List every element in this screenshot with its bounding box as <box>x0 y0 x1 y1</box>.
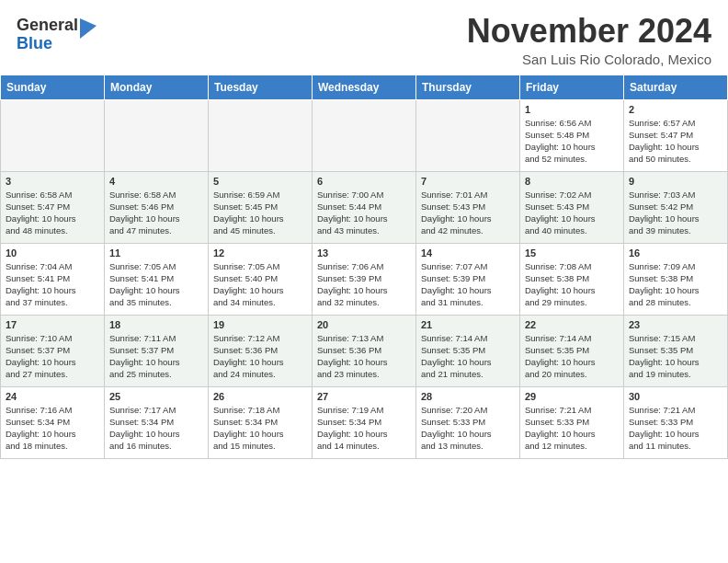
calendar-cell: 22Sunrise: 7:14 AM Sunset: 5:35 PM Dayli… <box>520 315 624 386</box>
calendar-cell: 11Sunrise: 7:05 AM Sunset: 5:41 PM Dayli… <box>105 243 209 315</box>
weekday-header-wednesday: Wednesday <box>313 75 416 99</box>
calendar-cell: 21Sunrise: 7:14 AM Sunset: 5:35 PM Dayli… <box>416 315 520 386</box>
day-number: 22 <box>525 319 619 330</box>
calendar-cell: 2Sunrise: 6:57 AM Sunset: 5:47 PM Daylig… <box>624 99 728 171</box>
calendar-cell: 26Sunrise: 7:18 AM Sunset: 5:34 PM Dayli… <box>209 386 313 458</box>
day-number: 19 <box>213 319 307 330</box>
logo-icon <box>80 18 97 39</box>
day-info: Sunrise: 7:06 AM Sunset: 5:39 PM Dayligh… <box>317 260 411 309</box>
calendar-cell: 18Sunrise: 7:11 AM Sunset: 5:37 PM Dayli… <box>105 315 209 386</box>
calendar-cell: 29Sunrise: 7:21 AM Sunset: 5:33 PM Dayli… <box>520 386 624 458</box>
day-number: 20 <box>317 319 411 330</box>
day-number: 4 <box>109 176 203 187</box>
day-number: 6 <box>317 176 411 187</box>
calendar-cell: 28Sunrise: 7:20 AM Sunset: 5:33 PM Dayli… <box>416 386 520 458</box>
day-number: 16 <box>629 247 722 259</box>
day-number: 10 <box>6 247 99 259</box>
calendar-cell: 16Sunrise: 7:09 AM Sunset: 5:38 PM Dayli… <box>624 243 728 315</box>
day-number: 11 <box>109 247 203 259</box>
calendar-cell: 12Sunrise: 7:05 AM Sunset: 5:40 PM Dayli… <box>209 243 313 315</box>
day-number: 13 <box>317 247 411 259</box>
day-number: 24 <box>6 391 99 402</box>
day-info: Sunrise: 7:01 AM Sunset: 5:43 PM Dayligh… <box>421 189 515 237</box>
day-info: Sunrise: 6:58 AM Sunset: 5:47 PM Dayligh… <box>6 189 99 237</box>
day-info: Sunrise: 7:19 AM Sunset: 5:34 PM Dayligh… <box>317 404 411 453</box>
logo: General Blue <box>17 17 97 53</box>
day-info: Sunrise: 7:12 AM Sunset: 5:36 PM Dayligh… <box>213 332 307 381</box>
day-info: Sunrise: 7:05 AM Sunset: 5:40 PM Dayligh… <box>213 260 307 309</box>
day-info: Sunrise: 7:16 AM Sunset: 5:34 PM Dayligh… <box>6 404 99 453</box>
calendar-cell: 6Sunrise: 7:00 AM Sunset: 5:44 PM Daylig… <box>313 171 416 243</box>
weekday-header-friday: Friday <box>520 75 624 99</box>
day-number: 15 <box>525 247 619 259</box>
day-number: 30 <box>629 391 722 402</box>
calendar-cell: 14Sunrise: 7:07 AM Sunset: 5:39 PM Dayli… <box>416 243 520 315</box>
day-info: Sunrise: 7:17 AM Sunset: 5:34 PM Dayligh… <box>109 404 203 453</box>
calendar-cell: 15Sunrise: 7:08 AM Sunset: 5:38 PM Dayli… <box>520 243 624 315</box>
day-number: 23 <box>629 319 722 330</box>
weekday-header-sunday: Sunday <box>1 75 105 99</box>
day-number: 26 <box>213 391 307 402</box>
day-number: 27 <box>317 391 411 402</box>
day-number: 3 <box>6 176 99 187</box>
location: San Luis Rio Colorado, Mexico <box>467 52 711 67</box>
calendar-week-row-0: 1Sunrise: 6:56 AM Sunset: 5:48 PM Daylig… <box>1 99 728 171</box>
calendar-cell <box>416 99 520 171</box>
day-number: 8 <box>525 176 619 187</box>
day-info: Sunrise: 7:08 AM Sunset: 5:38 PM Dayligh… <box>525 260 619 309</box>
day-info: Sunrise: 7:02 AM Sunset: 5:43 PM Dayligh… <box>525 189 619 237</box>
logo-blue-text: Blue <box>17 35 78 53</box>
calendar-week-row-3: 17Sunrise: 7:10 AM Sunset: 5:37 PM Dayli… <box>1 315 728 386</box>
calendar-cell: 7Sunrise: 7:01 AM Sunset: 5:43 PM Daylig… <box>416 171 520 243</box>
calendar-cell: 13Sunrise: 7:06 AM Sunset: 5:39 PM Dayli… <box>313 243 416 315</box>
day-info: Sunrise: 7:21 AM Sunset: 5:33 PM Dayligh… <box>629 404 722 453</box>
weekday-header-thursday: Thursday <box>416 75 520 99</box>
svg-marker-0 <box>80 18 97 39</box>
calendar-cell <box>313 99 416 171</box>
header: General Blue November 2024 San Luis Rio … <box>0 0 728 75</box>
day-info: Sunrise: 6:57 AM Sunset: 5:47 PM Dayligh… <box>629 117 722 166</box>
day-number: 12 <box>213 247 307 259</box>
calendar-cell: 5Sunrise: 6:59 AM Sunset: 5:45 PM Daylig… <box>209 171 313 243</box>
calendar-cell: 3Sunrise: 6:58 AM Sunset: 5:47 PM Daylig… <box>1 171 105 243</box>
day-info: Sunrise: 7:03 AM Sunset: 5:42 PM Dayligh… <box>629 189 722 237</box>
day-info: Sunrise: 7:00 AM Sunset: 5:44 PM Dayligh… <box>317 189 411 237</box>
day-info: Sunrise: 7:14 AM Sunset: 5:35 PM Dayligh… <box>525 332 619 381</box>
weekday-header-tuesday: Tuesday <box>209 75 313 99</box>
day-info: Sunrise: 7:13 AM Sunset: 5:36 PM Dayligh… <box>317 332 411 381</box>
page: General Blue November 2024 San Luis Rio … <box>0 0 728 459</box>
calendar-cell: 17Sunrise: 7:10 AM Sunset: 5:37 PM Dayli… <box>1 315 105 386</box>
day-info: Sunrise: 6:59 AM Sunset: 5:45 PM Dayligh… <box>213 189 307 237</box>
day-info: Sunrise: 7:15 AM Sunset: 5:35 PM Dayligh… <box>629 332 722 381</box>
day-number: 14 <box>421 247 515 259</box>
day-info: Sunrise: 7:21 AM Sunset: 5:33 PM Dayligh… <box>525 404 619 453</box>
calendar-cell: 20Sunrise: 7:13 AM Sunset: 5:36 PM Dayli… <box>313 315 416 386</box>
day-info: Sunrise: 7:10 AM Sunset: 5:37 PM Dayligh… <box>6 332 99 381</box>
day-number: 7 <box>421 176 515 187</box>
calendar-cell: 4Sunrise: 6:58 AM Sunset: 5:46 PM Daylig… <box>105 171 209 243</box>
calendar-cell: 25Sunrise: 7:17 AM Sunset: 5:34 PM Dayli… <box>105 386 209 458</box>
calendar-cell: 8Sunrise: 7:02 AM Sunset: 5:43 PM Daylig… <box>520 171 624 243</box>
calendar-cell: 27Sunrise: 7:19 AM Sunset: 5:34 PM Dayli… <box>313 386 416 458</box>
day-info: Sunrise: 7:09 AM Sunset: 5:38 PM Dayligh… <box>629 260 722 309</box>
calendar-header-row: SundayMondayTuesdayWednesdayThursdayFrid… <box>1 75 728 99</box>
day-info: Sunrise: 7:04 AM Sunset: 5:41 PM Dayligh… <box>6 260 99 309</box>
calendar-week-row-4: 24Sunrise: 7:16 AM Sunset: 5:34 PM Dayli… <box>1 386 728 458</box>
day-number: 25 <box>109 391 203 402</box>
day-info: Sunrise: 6:56 AM Sunset: 5:48 PM Dayligh… <box>525 117 619 166</box>
title-section: November 2024 San Luis Rio Colorado, Mex… <box>467 13 711 67</box>
calendar-cell: 23Sunrise: 7:15 AM Sunset: 5:35 PM Dayli… <box>624 315 728 386</box>
calendar-cell: 9Sunrise: 7:03 AM Sunset: 5:42 PM Daylig… <box>624 171 728 243</box>
calendar-cell: 30Sunrise: 7:21 AM Sunset: 5:33 PM Dayli… <box>624 386 728 458</box>
logo-general-text: General <box>17 17 78 35</box>
calendar-cell: 19Sunrise: 7:12 AM Sunset: 5:36 PM Dayli… <box>209 315 313 386</box>
day-info: Sunrise: 7:11 AM Sunset: 5:37 PM Dayligh… <box>109 332 203 381</box>
day-info: Sunrise: 7:07 AM Sunset: 5:39 PM Dayligh… <box>421 260 515 309</box>
calendar-cell <box>209 99 313 171</box>
day-info: Sunrise: 7:14 AM Sunset: 5:35 PM Dayligh… <box>421 332 515 381</box>
day-number: 18 <box>109 319 203 330</box>
weekday-header-saturday: Saturday <box>624 75 728 99</box>
day-number: 2 <box>629 104 722 115</box>
day-number: 28 <box>421 391 515 402</box>
calendar-week-row-2: 10Sunrise: 7:04 AM Sunset: 5:41 PM Dayli… <box>1 243 728 315</box>
